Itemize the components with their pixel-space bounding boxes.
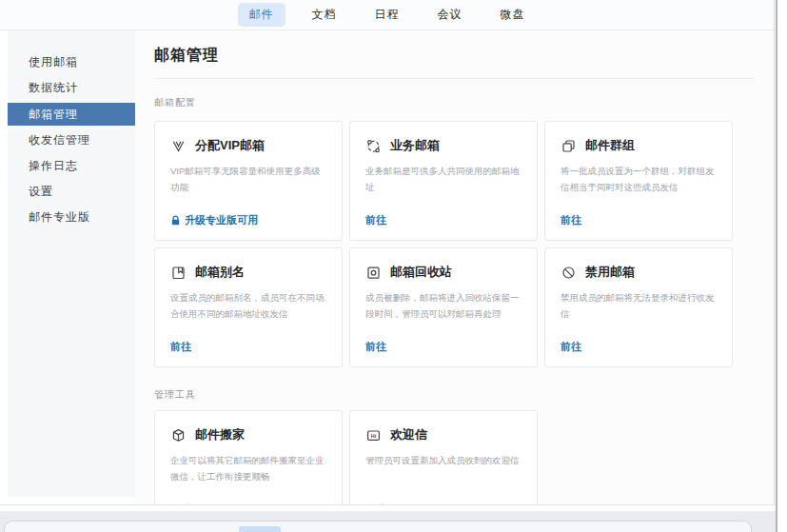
card-title: 邮件搬家 [195,426,245,443]
business-mailbox-icon [365,138,382,154]
sidebar-item-send-receive[interactable]: 收发信管理 [8,128,135,153]
tab-docs[interactable]: 文档 [301,3,348,27]
card-vip-mailbox: 分配VIP邮箱 VIP邮箱可享无限容量和使用更多高级功能 升级专业版可用 [154,121,343,241]
card-title: 禁用邮箱 [585,264,635,281]
tab-drive[interactable]: 微盘 [489,3,537,27]
section-label-mailbox-config: 邮箱配置 [154,96,755,109]
card-mailbox-recycle: 邮箱回收站 成员被删除，邮箱将进入回收站保留一段时间，管理员可以对邮箱再处理 前… [349,247,538,367]
mail-migration-icon [170,427,187,443]
vip-icon [170,138,187,154]
section-label-admin-tools: 管理工具 [154,388,755,402]
card-mail-group: 邮件群组 将一批成员设置为一个群组，对群组发信相当于同时对这些成员发信 前往 [544,121,733,241]
sidebar-item-use-mailbox[interactable]: 使用邮箱 [8,49,135,75]
admin-tools-grid: 邮件搬家 企业可以将其它邮箱的邮件搬家至企业微信，让工作衔接更顺畅 前往 Hi [154,410,755,504]
window-right-edge [776,0,777,532]
sidebar-item-settings[interactable]: 设置 [8,179,135,205]
mailbox-recycle-icon [365,265,382,281]
card-desc: 将一批成员设置为一个群组，对群组发信相当于同时对这些成员发信 [561,164,719,195]
title-divider [154,78,755,79]
mailbox-alias-icon [170,265,187,281]
card-desc: 禁用成员的邮箱将无法登录和进行收发信 [561,290,719,322]
card-business-mailbox: 业务邮箱 业务邮箱是可供多人共同使用的邮箱地址 前往 [349,121,538,241]
card-title: 欢迎信 [390,426,427,443]
go-link-disable-mailbox[interactable]: 前往 [561,340,581,354]
lock-icon [170,215,181,226]
sidebar-item-mail-pro[interactable]: 邮件专业版 [8,205,135,230]
card-desc: 业务邮箱是可供多人共同使用的邮箱地址 [365,164,524,195]
card-mail-migration: 邮件搬家 企业可以将其它邮箱的邮件搬家至企业微信，让工作衔接更顺畅 前往 [154,410,343,504]
sidebar-item-statistics[interactable]: 数据统计 [8,75,135,101]
go-link-mailbox-alias[interactable]: 前往 [170,340,191,354]
disable-mailbox-icon [561,265,577,281]
go-link-mail-group[interactable]: 前往 [561,213,581,227]
content-area: 邮箱管理 邮箱配置 分配VIP邮箱 [135,30,774,504]
card-title: 分配VIP邮箱 [195,137,265,154]
card-title: 邮箱别名 [195,264,245,281]
upgrade-pro-link[interactable]: 升级专业版可用 [170,213,258,227]
card-title: 邮箱回收站 [390,264,452,281]
go-link-business-mailbox[interactable]: 前往 [365,213,386,227]
mail-group-icon [561,138,577,154]
go-link-mailbox-recycle[interactable]: 前往 [365,340,386,354]
card-title: 邮件群组 [585,137,635,154]
sidebar-item-mailbox-manage[interactable]: 邮箱管理 [8,103,135,126]
go-link-welcome-letter[interactable]: 前往 [365,502,386,504]
card-welcome-letter: Hi 欢迎信 管理员可设置新加入成员收到的欢迎信 前往 [349,410,538,504]
main-window: 邮件 文档 日程 会议 微盘 使用邮箱 数据统计 邮箱管理 收发信管理 操作日志… [0,0,775,505]
card-desc: 设置成员的邮箱别名，成员可在不同场合使用不同的邮箱地址收发信 [170,290,329,322]
background-window-active-tab-pill[interactable] [239,526,281,532]
tab-mail[interactable]: 邮件 [238,3,285,27]
svg-text:Hi: Hi [371,432,377,438]
screen: 邮件 文档 日程 会议 微盘 使用邮箱 数据统计 邮箱管理 收发信管理 操作日志… [0,0,787,532]
sidebar-item-operation-log[interactable]: 操作日志 [8,153,135,179]
page-title: 邮箱管理 [154,46,755,66]
mailbox-config-grid: 分配VIP邮箱 VIP邮箱可享无限容量和使用更多高级功能 升级专业版可用 [154,121,755,367]
card-desc: 管理员可设置新加入成员收到的欢迎信 [365,453,524,469]
card-desc: 企业可以将其它邮箱的邮件搬家至企业微信，让工作衔接更顺畅 [170,453,329,484]
card-desc: 成员被删除，邮箱将进入回收站保留一段时间，管理员可以对邮箱再处理 [365,290,524,322]
card-desc: VIP邮箱可享无限容量和使用更多高级功能 [170,164,329,195]
go-link-mail-migration[interactable]: 前往 [170,502,191,504]
card-disable-mailbox: 禁用邮箱 禁用成员的邮箱将无法登录和进行收发信 前往 [544,247,733,367]
background-window[interactable] [4,521,752,532]
card-mailbox-alias: 邮箱别名 设置成员的邮箱别名，成员可在不同场合使用不同的邮箱地址收发信 前往 [154,247,343,367]
welcome-letter-icon: Hi [365,427,382,443]
tab-meeting[interactable]: 会议 [426,3,474,27]
top-nav: 邮件 文档 日程 会议 微盘 [0,0,774,30]
sidebar: 使用邮箱 数据统计 邮箱管理 收发信管理 操作日志 设置 邮件专业版 [8,30,135,497]
tab-schedule[interactable]: 日程 [364,3,411,27]
card-title: 业务邮箱 [390,137,440,154]
